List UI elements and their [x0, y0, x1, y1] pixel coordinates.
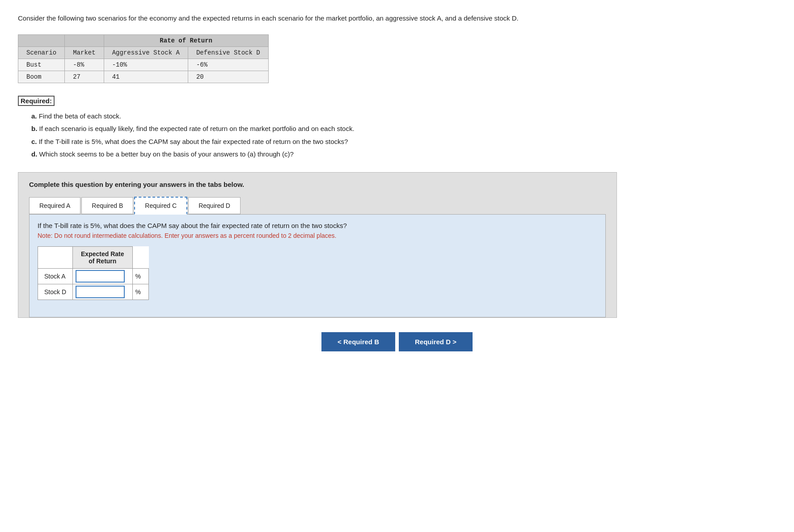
table-cell-scenario-1: Boom [18, 71, 65, 83]
answer-table-empty-header [38, 246, 73, 268]
required-label: Required: [18, 96, 55, 106]
answer-input-cell-stock-a [73, 268, 132, 284]
tab-c-question: If the T-bill rate is 5%, what does the … [38, 222, 597, 229]
answer-table-col-expected-rate: Expected Rateof Return [73, 246, 132, 268]
required-item-b: b. If each scenario is equally likely, f… [31, 124, 776, 134]
tab-c-note: Note: Do not round intermediate calculat… [38, 232, 597, 239]
required-text-a: Find the beta of each stock. [39, 112, 121, 120]
stock-a-input[interactable] [76, 270, 125, 283]
tab-required-d[interactable]: Required D [188, 197, 241, 214]
prev-button[interactable]: < Required B [321, 332, 395, 351]
required-text-c: If the T-bill rate is 5%, what does the … [39, 138, 348, 145]
intro-text: Consider the following two scenarios for… [18, 13, 599, 24]
stock-d-input[interactable] [76, 286, 125, 298]
expected-rate-table: Expected Rateof Return Stock A % Stock D [38, 246, 149, 300]
tabs-row: Required A Required B Required C Require… [29, 196, 606, 214]
required-letter-d: d. [31, 150, 37, 158]
table-col-defensive: Defensive Stock D [188, 46, 268, 59]
table-scenario-header [18, 34, 65, 46]
tab-c-content: If the T-bill rate is 5%, what does the … [29, 214, 606, 317]
table-cell-defensive-1: 20 [188, 71, 268, 83]
table-col-aggressive: Aggressive Stock A [104, 46, 188, 59]
next-button[interactable]: Required D > [399, 332, 473, 351]
answer-label-stock-a: Stock A [38, 268, 73, 284]
table-col-market: Market [65, 46, 104, 59]
required-text-b: If each scenario is equally likely, find… [39, 125, 355, 132]
required-letter-c: c. [31, 138, 37, 145]
table-row: Bust -8% -10% -6% [18, 59, 269, 71]
answer-row-stock-a: Stock A % [38, 268, 149, 284]
answer-unit-stock-a: % [132, 268, 149, 284]
complete-question-box: Complete this question by entering your … [18, 172, 617, 318]
complete-box-title: Complete this question by entering your … [29, 181, 606, 188]
table-row: Boom 27 41 20 [18, 71, 269, 83]
table-cell-scenario-0: Bust [18, 59, 65, 71]
nav-buttons: < Required B Required D > [18, 332, 776, 360]
tab-required-c[interactable]: Required C [134, 197, 187, 215]
table-cell-market-1: 27 [65, 71, 104, 83]
answer-table-unit-header [132, 246, 149, 268]
required-letter-a: a. [31, 112, 37, 120]
answer-unit-stock-d: % [132, 284, 149, 300]
tab-required-b[interactable]: Required B [81, 197, 133, 214]
required-item-d: d. Which stock seems to be a better buy … [31, 149, 776, 160]
answer-row-stock-d: Stock D % [38, 284, 149, 300]
table-cell-market-0: -8% [65, 59, 104, 71]
required-letter-b: b. [31, 125, 37, 132]
table-cell-defensive-0: -6% [188, 59, 268, 71]
answer-label-stock-d: Stock D [38, 284, 73, 300]
table-col-scenario: Scenario [18, 46, 65, 59]
table-market-header [65, 34, 104, 46]
required-item-a: a. Find the beta of each stock. [31, 111, 776, 122]
rate-of-return-table: Rate of Return Scenario Market Aggressiv… [18, 34, 269, 83]
answer-input-cell-stock-d [73, 284, 132, 300]
table-rate-of-return-header: Rate of Return [104, 34, 268, 46]
table-cell-aggressive-0: -10% [104, 59, 188, 71]
required-list: a. Find the beta of each stock. b. If ea… [18, 111, 776, 160]
tab-required-a[interactable]: Required A [29, 197, 80, 214]
table-cell-aggressive-1: 41 [104, 71, 188, 83]
required-item-c: c. If the T-bill rate is 5%, what does t… [31, 137, 776, 147]
required-section: Required: a. Find the beta of each stock… [18, 96, 776, 160]
required-text-d: Which stock seems to be a better buy on … [39, 150, 294, 158]
